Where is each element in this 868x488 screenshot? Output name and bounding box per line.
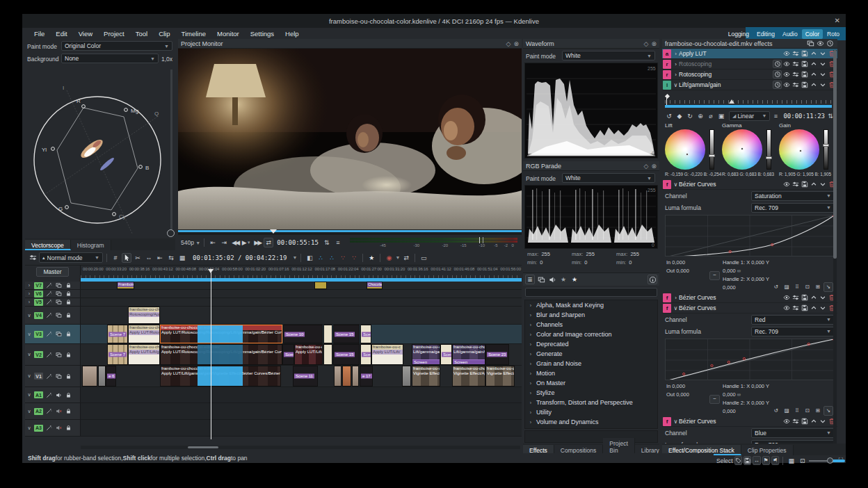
track-muted-speaker-icon[interactable] — [55, 424, 63, 432]
subtitle-icon[interactable]: ▭ — [419, 253, 428, 263]
enable-effect-eye-icon[interactable] — [782, 49, 791, 58]
track-collapse-chevron[interactable]: ∨ — [26, 313, 32, 318]
video-frame[interactable] — [178, 49, 522, 229]
video-effects-icon[interactable] — [536, 275, 546, 284]
timeline-clip[interactable]: Scene 18 — [360, 325, 371, 343]
curve-in-out[interactable]: In 0,000Out 0,000 — [666, 259, 709, 292]
timeline-clip[interactable]: framboise-ou-chocolat-edit.mkvApply LUT/… — [160, 344, 282, 365]
favorite-effects-icon[interactable]: ★ — [570, 275, 579, 284]
show-all-effects-icon[interactable]: ≣ — [525, 275, 535, 284]
timeline-clip[interactable]: Frambois — [117, 282, 134, 289]
wheel-luma-slider[interactable] — [823, 129, 828, 170]
track-speaker-icon[interactable] — [55, 391, 63, 399]
track-collapse-chevron[interactable]: ∨ — [26, 332, 32, 337]
track-tools-icon[interactable]: # — [111, 253, 120, 263]
track-target-badge[interactable]: V7 — [34, 282, 43, 289]
stack-scrollbar[interactable] — [833, 50, 837, 444]
timeline-clip[interactable] — [402, 366, 411, 387]
move-effect-down-icon[interactable] — [818, 81, 827, 89]
save-effect-icon[interactable] — [800, 417, 809, 425]
lift-zone-icon[interactable]: ∵ — [349, 253, 359, 263]
track-header-v3[interactable]: ∨V3 — [25, 325, 81, 343]
timeline-clip[interactable]: Scene — [282, 344, 294, 365]
timeline-clip[interactable] — [314, 282, 327, 289]
curve-handles[interactable]: Handle 1: X 0,000 Y 0,000 ∞Handle 2: X 0… — [723, 259, 771, 292]
monitor-seekbar[interactable] — [178, 229, 522, 235]
enable-effect-eye-icon[interactable] — [782, 70, 791, 79]
keyframe-options-icon[interactable]: ▣ — [716, 111, 726, 121]
audio-effects-icon[interactable] — [547, 275, 557, 284]
float-panel-icon[interactable]: ◇ — [506, 40, 511, 47]
insert-zone-icon[interactable]: ∴ — [316, 253, 326, 263]
waveform-titlebar[interactable]: Waveform ◇⊗ — [523, 39, 659, 49]
effect-row-rotoscoping[interactable]: r›Rotoscoping — [662, 59, 837, 70]
track-effects-wand-icon[interactable] — [45, 373, 53, 380]
overwrite-zone-icon[interactable]: ∴ — [327, 253, 337, 263]
keyframe-ruler[interactable] — [662, 95, 837, 110]
keyframes-clock-icon[interactable] — [773, 70, 782, 79]
timeline-clip[interactable]: Scene — [440, 344, 452, 365]
timeline-clip[interactable]: framboise-ou-chocolat-edit.mkvApply LUT/… — [160, 325, 282, 343]
curve-editor[interactable] — [665, 215, 835, 257]
effect-category-blur-and-sharpen[interactable]: ›Blur and Sharpen — [525, 310, 657, 320]
timeline-clip[interactable]: framboise-ou-cApply LUT/Lift/ — [371, 344, 403, 365]
effect-row-rotoscoping[interactable]: r›Rotoscoping — [662, 70, 837, 80]
track-lock-icon[interactable] — [65, 330, 72, 338]
track-collapse-chevron[interactable]: › — [26, 300, 32, 304]
move-effect-down-icon[interactable] — [818, 60, 827, 68]
expand-chevron-icon[interactable]: › — [673, 51, 679, 57]
save-effect-icon[interactable] — [800, 293, 809, 302]
mosaic-icon[interactable]: ▦ — [787, 456, 796, 466]
flag-icon[interactable]: ⚑ — [762, 456, 770, 465]
track-target-badge[interactable]: A1 — [34, 391, 43, 398]
project-monitor-titlebar[interactable]: Project Monitor ◇ ⊗ — [178, 39, 522, 49]
grid-icon[interactable]: ⠿ — [792, 406, 802, 416]
move-effect-down-icon[interactable] — [818, 293, 827, 302]
track-target-badge[interactable]: V6 — [34, 291, 43, 298]
track-target-badge[interactable]: V1 — [34, 373, 43, 380]
track-header-v5[interactable]: ›V5 — [25, 298, 81, 306]
track-lane-a3[interactable] — [81, 420, 522, 436]
track-lane-a1[interactable] — [81, 387, 522, 402]
background-select[interactable]: None▼ — [61, 54, 159, 63]
menu-view[interactable]: View — [74, 29, 97, 39]
edit-mode-select[interactable]: ▴ Normal mode▼ — [39, 252, 103, 263]
luma-formula-select[interactable]: Rec. 709▼ — [751, 203, 835, 213]
timeline-timecode[interactable]: 00:01:35:02 / 00:04:22:19 — [193, 254, 287, 261]
timeline-clip[interactable]: e 17 — [360, 366, 373, 387]
zoom-in-curve-icon[interactable]: ⊞ — [813, 282, 823, 292]
timeline-clip[interactable] — [342, 366, 351, 387]
track-target-badge[interactable]: V5 — [34, 299, 43, 306]
keyframe-menu-icon[interactable]: ≡ — [771, 111, 780, 121]
tab-histogram[interactable]: Histogram — [71, 240, 111, 250]
reset-curve-icon[interactable]: ↺ — [771, 282, 781, 292]
fit-curve-icon[interactable]: ↘ — [823, 282, 833, 292]
track-lane-v5[interactable] — [81, 298, 522, 306]
presets-icon[interactable] — [791, 417, 800, 425]
track-lane-v2[interactable]: Scene 7framboise-ou-choApply LUT/Lift/ga… — [81, 344, 522, 365]
enable-effect-eye-icon[interactable] — [782, 293, 791, 302]
monitor-playhead-marker[interactable] — [270, 229, 277, 234]
move-effect-up-icon[interactable] — [809, 417, 818, 425]
save-effect-icon[interactable] — [800, 70, 809, 79]
float-panel-icon[interactable]: ◇ — [644, 163, 649, 170]
menu-monitor[interactable]: Monitor — [212, 29, 244, 39]
close-icon[interactable]: ✕ — [835, 17, 840, 24]
menu-file[interactable]: File — [29, 29, 49, 39]
timeline-clip[interactable]: Scene 23 — [485, 344, 509, 365]
zoom-slider[interactable] — [809, 457, 835, 464]
record-icon[interactable]: ◉ — [384, 253, 394, 263]
copy-effect-icon[interactable] — [796, 39, 805, 49]
vectorscope-zoom-slider[interactable] — [170, 70, 172, 236]
copy-keyframes-icon[interactable]: ⊕ — [696, 111, 705, 121]
track-effects-wand-icon[interactable] — [45, 311, 53, 319]
effect-row-bezier-curves[interactable]: f∨Bézier Curves — [662, 416, 837, 427]
timeline-clip[interactable]: Scene 1 — [360, 344, 371, 365]
menu-clip[interactable]: Clip — [154, 29, 175, 39]
waveform-paint-mode-select[interactable]: White▼ — [562, 51, 655, 60]
menu-settings[interactable]: Settings — [246, 29, 279, 39]
save-effect-icon[interactable] — [800, 304, 809, 312]
effect-category-deprecated[interactable]: ›Deprecated — [525, 339, 657, 349]
add-keyframe-icon[interactable]: ◆ — [675, 111, 684, 121]
timeline-clip[interactable] — [352, 366, 359, 387]
